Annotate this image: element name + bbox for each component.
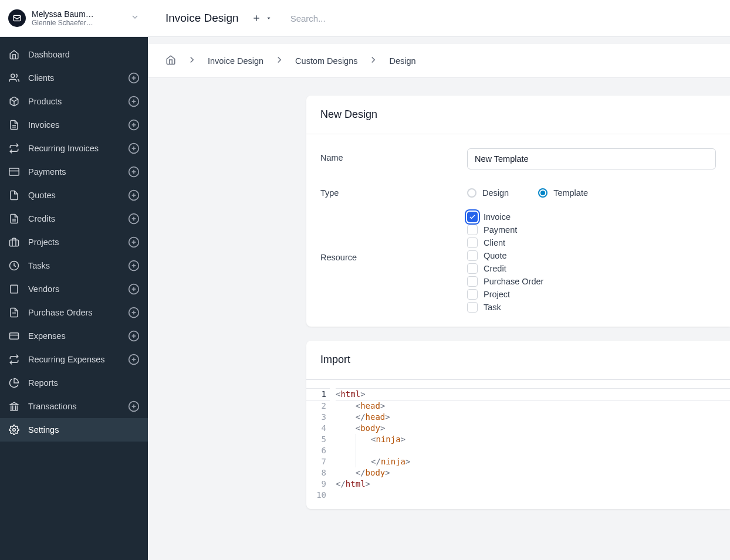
- checkbox-icon: [467, 302, 478, 313]
- sidebar: Melyssa Baum… Glennie Schaefer… Dashboar…: [0, 0, 148, 560]
- checkbox-label: Quote: [484, 251, 507, 260]
- name-input[interactable]: [467, 148, 716, 169]
- chevron-down-icon: [130, 12, 140, 24]
- sidebar-item-dashboard[interactable]: Dashboard: [0, 43, 148, 66]
- add-payment-button[interactable]: [128, 166, 140, 178]
- repeat-icon: [8, 354, 20, 365]
- add-recurring-expense-button[interactable]: [128, 354, 140, 365]
- sidebar-item-label: Vendors: [28, 284, 128, 294]
- resource-checkbox-purchase-order[interactable]: Purchase Order: [467, 276, 716, 287]
- add-product-button[interactable]: [128, 96, 140, 107]
- name-label: Name: [320, 148, 467, 162]
- breadcrumb-item[interactable]: Custom Designs: [295, 56, 357, 66]
- account-switcher[interactable]: Melyssa Baum… Glennie Schaefer…: [0, 0, 148, 37]
- checkbox-label: Task: [484, 303, 501, 312]
- add-transaction-button[interactable]: [128, 401, 140, 412]
- wallet-icon: [8, 330, 20, 342]
- add-project-button[interactable]: [128, 236, 140, 248]
- resource-checkbox-credit[interactable]: Credit: [467, 263, 716, 274]
- sidebar-item-settings[interactable]: Settings: [0, 418, 148, 442]
- resource-checkbox-project[interactable]: Project: [467, 289, 716, 300]
- checkbox-icon: [467, 263, 478, 274]
- add-task-button[interactable]: [128, 260, 140, 271]
- search-input[interactable]: [290, 13, 467, 23]
- checkbox-label: Credit: [484, 264, 506, 273]
- resource-checkbox-quote[interactable]: Quote: [467, 250, 716, 261]
- type-radio-template[interactable]: Template: [538, 188, 588, 198]
- new-action-menu[interactable]: [252, 13, 272, 23]
- sidebar-item-projects[interactable]: Projects: [0, 230, 148, 254]
- sidebar-item-quotes[interactable]: Quotes: [0, 184, 148, 207]
- add-vendor-button[interactable]: [128, 283, 140, 295]
- sidebar-item-clients[interactable]: Clients: [0, 66, 148, 90]
- code-editor[interactable]: 1 2345 678910 <html> <head> </head> <bod…: [306, 379, 730, 509]
- home-icon: [8, 49, 20, 60]
- code-content[interactable]: <html> <head> </head> <body> <ninja> </n…: [336, 380, 730, 509]
- box-icon: [8, 96, 20, 107]
- add-expense-button[interactable]: [128, 330, 140, 342]
- chevron-right-icon: [187, 55, 197, 67]
- sidebar-item-payments[interactable]: Payments: [0, 160, 148, 184]
- add-client-button[interactable]: [128, 72, 140, 84]
- card-header: Import: [306, 341, 730, 379]
- type-radio-design[interactable]: Design: [467, 188, 509, 198]
- resource-checkbox-client[interactable]: Client: [467, 237, 716, 248]
- sidebar-item-label: Projects: [28, 237, 128, 247]
- sidebar-item-label: Recurring Invoices: [28, 144, 128, 153]
- sidebar-item-label: Reports: [28, 378, 140, 388]
- radio-label: Template: [553, 188, 588, 198]
- checkbox-label: Purchase Order: [484, 277, 543, 286]
- avatar: [8, 9, 26, 27]
- resource-checkbox-task[interactable]: Task: [467, 302, 716, 313]
- sidebar-item-vendors[interactable]: Vendors: [0, 277, 148, 301]
- import-card: Import 1 2345 678910 <html> <head> </hea…: [306, 341, 730, 509]
- new-design-card: New Design Name Type: [306, 96, 730, 327]
- sidebar-item-transactions[interactable]: Transactions: [0, 395, 148, 418]
- resource-checkbox-invoice[interactable]: Invoice: [467, 212, 716, 222]
- sidebar-item-credits[interactable]: Credits: [0, 207, 148, 230]
- sidebar-item-products[interactable]: Products: [0, 90, 148, 113]
- resource-checkbox-payment[interactable]: Payment: [467, 225, 716, 235]
- sidebar-item-tasks[interactable]: Tasks: [0, 254, 148, 277]
- svg-point-69: [13, 429, 16, 432]
- checkbox-icon: [467, 237, 478, 248]
- sidebar-item-expenses[interactable]: Expenses: [0, 324, 148, 348]
- chevron-right-icon: [368, 55, 378, 67]
- user-primary-name: Melyssa Baum…: [32, 9, 130, 19]
- sidebar-nav: Dashboard Clients Products Invoices Recu…: [0, 37, 148, 560]
- svg-rect-0: [13, 15, 21, 21]
- radio-icon: [538, 188, 548, 198]
- breadcrumb-item[interactable]: Invoice Design: [208, 56, 263, 66]
- sidebar-item-label: Recurring Expenses: [28, 355, 128, 364]
- sidebar-item-recurring-expenses[interactable]: Recurring Expenses: [0, 348, 148, 371]
- file-icon: [8, 119, 20, 131]
- checkbox-icon: [467, 250, 478, 261]
- checkbox-label: Client: [484, 238, 505, 247]
- sidebar-item-purchase-orders[interactable]: Purchase Orders: [0, 301, 148, 324]
- briefcase-icon: [8, 236, 20, 248]
- add-quote-button[interactable]: [128, 189, 140, 201]
- add-credit-button[interactable]: [128, 213, 140, 225]
- page-title: Invoice Design: [165, 12, 239, 25]
- svg-rect-30: [10, 240, 19, 246]
- add-purchase-order-button[interactable]: [128, 307, 140, 318]
- checkbox-label: Invoice: [484, 212, 511, 222]
- add-invoice-button[interactable]: [128, 119, 140, 131]
- topbar: Invoice Design: [148, 0, 730, 37]
- card-header: New Design: [306, 96, 730, 134]
- add-recurring-invoice-button[interactable]: [128, 142, 140, 154]
- sidebar-item-invoices[interactable]: Invoices: [0, 113, 148, 137]
- breadcrumb-item[interactable]: Design: [389, 56, 415, 66]
- sidebar-item-reports[interactable]: Reports: [0, 371, 148, 395]
- radio-label: Design: [482, 188, 509, 198]
- sidebar-item-label: Settings: [28, 425, 140, 435]
- sidebar-item-label: Credits: [28, 214, 128, 223]
- sidebar-item-recurring-invoices[interactable]: Recurring Invoices: [0, 137, 148, 160]
- home-icon[interactable]: [165, 55, 176, 67]
- credit-card-icon: [8, 166, 20, 178]
- svg-point-1: [11, 74, 15, 77]
- checkbox-label: Payment: [484, 225, 517, 235]
- type-label: Type: [320, 184, 467, 198]
- sidebar-item-label: Purchase Orders: [28, 308, 128, 317]
- user-secondary-name: Glennie Schaefer…: [32, 19, 130, 27]
